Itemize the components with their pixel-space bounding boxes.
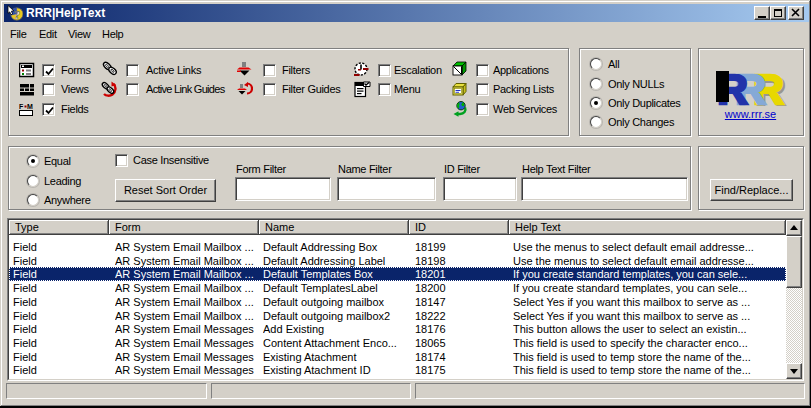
svg-text:M: M: [27, 103, 33, 110]
svg-text:?: ?: [14, 8, 20, 22]
svg-text:F: F: [19, 103, 24, 110]
